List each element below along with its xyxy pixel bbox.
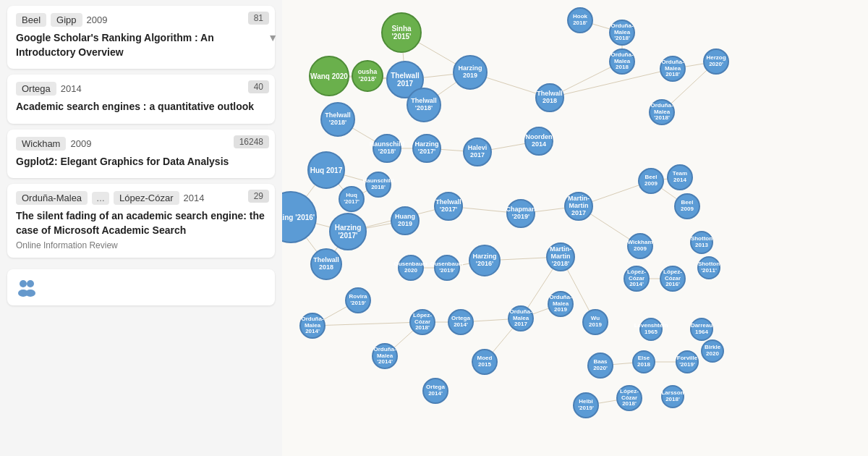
paper-card-paper1[interactable]: 81BeelGipp2009Google Scholar's Ranking A… bbox=[7, 6, 275, 69]
graph-node-Larsson2018[interactable]: Larsson 2018' bbox=[661, 385, 684, 408]
graph-node-Noorden2014[interactable]: Noorden 2014 bbox=[524, 127, 553, 156]
graph-node-Halevi2017[interactable]: Halevi 2017 bbox=[463, 138, 492, 166]
graph-node-Rovira2019[interactable]: Rovira '2019' bbox=[345, 287, 371, 313]
graph-node-Team2014[interactable]: Team 2014 bbox=[667, 164, 693, 190]
author-tag[interactable]: Gipp bbox=[51, 13, 82, 27]
paper-card-paper4[interactable]: 29Orduña-Malea…López-Cózar2014The silent… bbox=[7, 184, 275, 257]
year-text: 2014 bbox=[61, 83, 82, 94]
paper-journal: Online Information Review bbox=[16, 240, 266, 250]
year-text: 2009 bbox=[70, 138, 91, 149]
graph-node-Shotton2013[interactable]: Shotton 2013 bbox=[690, 231, 713, 254]
graph-node-Thelwall2018a[interactable]: Thelwall '2018' bbox=[407, 88, 441, 122]
card-meta: Orduña-Malea…López-Cózar2014 bbox=[16, 191, 266, 205]
graph-node-Huq2017b[interactable]: Huq '2017' bbox=[339, 186, 365, 212]
paper-title[interactable]: The silent fading of an academic search … bbox=[16, 209, 266, 237]
graph-node-MartinMartin2017[interactable]: Martin-Martin 2017 bbox=[564, 192, 593, 221]
graph-node-MartinMartin2018[interactable]: Martin-Martin '2018' bbox=[546, 242, 575, 271]
card-meta: BeelGipp2009 bbox=[16, 13, 266, 27]
card-meta: Wickham2009 bbox=[16, 137, 266, 151]
graph-node-Harzing2017b[interactable]: Harzing '2017' bbox=[329, 213, 367, 250]
citation-badge: 16248 bbox=[234, 135, 269, 148]
card-meta: Ortega2014 bbox=[16, 82, 266, 96]
citation-badge: 40 bbox=[248, 80, 269, 93]
graph-node-Huq2017a[interactable]: Huq 2017 bbox=[307, 151, 345, 189]
graph-node-Baas2020[interactable]: Baas 2020' bbox=[587, 352, 613, 379]
citation-badge: 29 bbox=[248, 190, 269, 203]
graph-node-Harzing2017a[interactable]: Harzing '2017' bbox=[412, 134, 441, 163]
graph-node-Darreau1964[interactable]: Darreau 1964 bbox=[690, 318, 713, 341]
graph-node-LopezCozar2014[interactable]: López-Cózar 2014' bbox=[624, 266, 650, 292]
graph-node-OrduñaMalea2018d[interactable]: Orduña-Malea '2018' bbox=[649, 99, 675, 125]
graph-node-Thelwall2017b[interactable]: Thelwall '2017' bbox=[434, 192, 463, 221]
graph-node-Ortega2014b[interactable]: Ortega 2014' bbox=[422, 378, 448, 404]
graph-node-Thelwall2018c[interactable]: Thelwall 2018 bbox=[310, 248, 342, 280]
graph-node-OrduñaMalea2014a[interactable]: Orduña-Malea 2014' bbox=[299, 313, 326, 339]
graph-node-Thelwall2018d[interactable]: Thelwall 2018 bbox=[535, 83, 564, 112]
paper-title[interactable]: Ggplot2: Elegant Graphics for Data Analy… bbox=[16, 155, 266, 169]
paper-title[interactable]: Google Scholar's Ranking Algorithm : An … bbox=[16, 31, 266, 59]
paper-title[interactable]: Academic search engines : a quantitative… bbox=[16, 100, 266, 114]
svg-point-1 bbox=[27, 280, 34, 287]
graph-node-Wickham2009[interactable]: Wickham 2009 bbox=[627, 233, 653, 259]
graph-node-Beel2009a[interactable]: Beel 2009 bbox=[638, 168, 664, 194]
graph-node-Birkle2020[interactable]: Birkle 2020 bbox=[701, 339, 724, 363]
graph-node-Harzing2016b[interactable]: Harzing '2016' bbox=[469, 245, 501, 276]
authors-icon bbox=[16, 276, 38, 298]
svg-point-3 bbox=[25, 290, 35, 297]
paper-card-paper3[interactable]: 16248Wickham2009Ggplot2: Elegant Graphic… bbox=[7, 130, 275, 179]
graph-node-OrduñaMalea2017[interactable]: Orduña-Malea 2017 bbox=[508, 305, 534, 332]
graph-node-OrduñaMalea2018c[interactable]: Orduña-Malea 2018' bbox=[660, 56, 686, 82]
author-tag[interactable]: Beel bbox=[16, 13, 46, 27]
graph-node-Haunschild2018b[interactable]: Haunschild 2018' bbox=[365, 172, 391, 198]
scroll-down-arrow[interactable]: ▼ bbox=[268, 32, 278, 43]
graph-node-ousha2018[interactable]: ousha '2018' bbox=[352, 60, 383, 92]
network-graph-panel: Sinha '2015'Wanq 2020ousha '2018'Thelwal… bbox=[282, 0, 868, 456]
graph-node-Herzog2020[interactable]: Herzog 2020' bbox=[703, 48, 729, 75]
graph-node-Gusenbauer2019[interactable]: Gusenbauer '2019' bbox=[434, 255, 460, 281]
graph-node-OrduñaMalea2018b[interactable]: Orduña-Malea 2018 bbox=[609, 48, 635, 75]
graph-edge bbox=[312, 322, 422, 326]
graph-node-OrduñaMalea2018a[interactable]: Orduña-Malea '2018' bbox=[609, 20, 635, 46]
graph-node-Harzing2016a[interactable]: Harzing '2016' bbox=[282, 191, 317, 243]
graph-node-Chapman2019[interactable]: Chapman '2019' bbox=[506, 199, 535, 228]
graph-node-Gusenbauer2020[interactable]: Gusenbauer 2020 bbox=[398, 255, 424, 281]
graph-node-Thelwall2018b[interactable]: Thelwall '2018' bbox=[320, 102, 355, 137]
graph-node-Shotton2011[interactable]: Shotton '2011' bbox=[697, 256, 720, 279]
graph-node-Wu2019[interactable]: Wu 2019 bbox=[582, 309, 608, 335]
citation-badge: 81 bbox=[248, 12, 269, 25]
author-tag[interactable]: Ortega bbox=[16, 82, 56, 96]
graph-node-Sinha2015[interactable]: Sinha '2015' bbox=[381, 12, 422, 53]
left-panel: 81BeelGipp2009Google Scholar's Ranking A… bbox=[0, 0, 282, 456]
paper-cards-container: 81BeelGipp2009Google Scholar's Ranking A… bbox=[0, 0, 282, 263]
graph-node-Ortega2014a[interactable]: Ortega 2014' bbox=[448, 309, 474, 335]
graph-node-Beel2009b[interactable]: Beel 2009 bbox=[674, 193, 700, 219]
graph-node-Moed2015[interactable]: Moed 2015 bbox=[472, 349, 498, 375]
graph-edge bbox=[550, 69, 673, 98]
graph-container[interactable]: Sinha '2015'Wanq 2020ousha '2018'Thelwal… bbox=[282, 0, 868, 456]
paper-card-paper2[interactable]: 40Ortega2014Academic search engines : a … bbox=[7, 75, 275, 124]
graph-node-Wanq2020[interactable]: Wanq 2020 bbox=[309, 56, 349, 96]
graph-node-Harzing2019[interactable]: Harzing 2019 bbox=[453, 55, 488, 90]
graph-node-LopezCozar2018[interactable]: López-Cózar 2018' bbox=[409, 309, 435, 335]
svg-point-0 bbox=[20, 280, 27, 287]
year-text: 2014 bbox=[184, 193, 205, 203]
graph-node-Forville2019[interactable]: Forville '2019' bbox=[676, 350, 699, 373]
graph-node-Haunschild2018a[interactable]: Haunschild '2018' bbox=[373, 134, 401, 163]
graph-node-LopezCozar2018b[interactable]: López-Cózar 2018' bbox=[616, 385, 642, 411]
graph-node-OrduñaMalea2014b[interactable]: Orduña-Malea '2014' bbox=[372, 343, 398, 369]
graph-node-Helbi2019[interactable]: Helbi '2019' bbox=[573, 392, 599, 418]
author-tag[interactable]: Orduña-Malea bbox=[16, 191, 88, 205]
author-dots: … bbox=[92, 192, 109, 205]
year-text: 2009 bbox=[87, 14, 108, 25]
these-authors-section bbox=[7, 269, 275, 305]
graph-node-Hook2018[interactable]: Hook 2018' bbox=[567, 7, 593, 33]
graph-node-Levenshtein1965[interactable]: Levenshtein 1965 bbox=[639, 318, 663, 341]
graph-node-Huang2019[interactable]: Huang 2019 bbox=[391, 206, 420, 235]
author-tag[interactable]: Wickham bbox=[16, 137, 66, 151]
graph-node-OrduñaMalea2019[interactable]: Orduña-Malea 2019 bbox=[548, 291, 574, 317]
author-tag[interactable]: López-Cózar bbox=[114, 191, 179, 205]
graph-node-Else2018[interactable]: Else 2018 bbox=[632, 350, 655, 373]
graph-node-LopezCozar2016[interactable]: López-Cózar 2016' bbox=[660, 266, 686, 292]
